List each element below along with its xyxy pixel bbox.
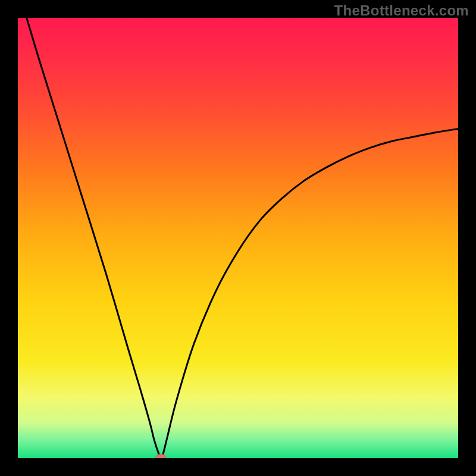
bottleneck-chart	[18, 18, 458, 458]
watermark-text: TheBottleneck.com	[334, 2, 469, 19]
plot-area	[18, 18, 458, 458]
gradient-background	[18, 18, 458, 458]
chart-frame: TheBottleneck.com	[0, 0, 476, 476]
